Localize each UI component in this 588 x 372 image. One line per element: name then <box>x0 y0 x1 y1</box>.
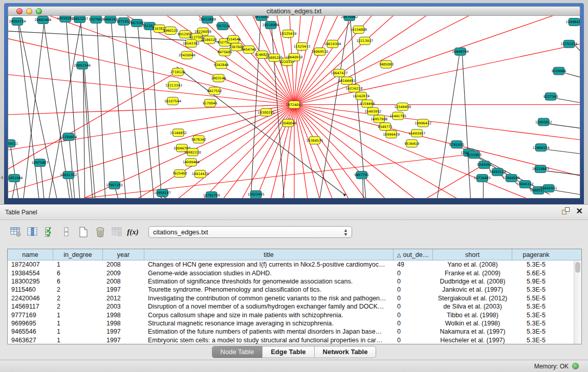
graph-node-teal[interactable]: 8813054 <box>254 16 269 20</box>
cell-title[interactable]: Embryonic stem cells: a model to study s… <box>144 337 394 344</box>
cell-pagerank[interactable]: 5.3E-5 <box>512 261 560 268</box>
minimize-window-button[interactable] <box>26 8 32 14</box>
graph-node-yellow[interactable]: 8186328 <box>202 36 217 43</box>
graph-node-teal[interactable]: 10653257 <box>71 16 88 23</box>
cell-pagerank[interactable]: 5.3E-5 <box>512 328 560 335</box>
graph-node-yellow[interactable]: 18164491 <box>338 77 355 84</box>
cell-year[interactable]: 2009 <box>103 270 144 277</box>
graph-node-yellow[interactable]: 7625402 <box>172 170 187 178</box>
graph-node-teal[interactable]: 16210643 <box>532 165 549 173</box>
cell-short[interactable]: Nakamura et al. (1997) <box>433 328 512 335</box>
graph-node-teal[interactable]: 10975887 <box>31 159 48 167</box>
cell-pagerank[interactable]: 5.9E-5 <box>512 278 560 285</box>
graph-node-teal[interactable]: 24055724 <box>9 17 26 25</box>
cell-out_degree[interactable]: 0 <box>394 278 433 285</box>
graph-node-teal[interactable]: 16983128 <box>489 168 506 176</box>
graph-node-teal[interactable]: 9245052 <box>477 161 492 169</box>
tab-edge-table[interactable]: Edge Table <box>263 346 314 358</box>
column-header-pagerank[interactable]: pagerank <box>512 249 560 260</box>
column-header-title[interactable]: title <box>144 249 394 260</box>
graph-node-teal[interactable]: 6466162 <box>103 16 118 23</box>
cell-out_degree[interactable]: 0 <box>394 328 433 335</box>
graph-node-yellow[interactable]: 8475685 <box>217 48 232 56</box>
cell-in_degree[interactable]: 1 <box>53 328 103 335</box>
cell-year[interactable]: 1998 <box>103 312 144 319</box>
network-canvas[interactable]: 2405572420691406165582621065325715276026… <box>8 16 580 199</box>
cell-title[interactable]: Estimation of the future numbers of pati… <box>144 328 394 335</box>
graph-node-yellow[interactable]: 16069510 <box>311 48 328 55</box>
graph-node-yellow[interactable]: 11544458 <box>394 103 411 111</box>
zoom-window-button[interactable] <box>36 8 42 14</box>
cell-name[interactable]: 9777169 <box>8 312 53 319</box>
cell-short[interactable]: Tibbo et al. (1998) <box>433 312 512 319</box>
memory-ok-indicator-icon[interactable] <box>572 363 579 369</box>
table-row[interactable]: 1830029562008Estimation of significance … <box>8 277 581 286</box>
graph-node-teal[interactable]: 12093832 <box>535 118 552 126</box>
table-row[interactable]: 1938455462009Genome-wide association stu… <box>8 269 581 277</box>
cell-short[interactable]: Wolkin et al. (1998) <box>433 320 512 327</box>
graph-node-teal[interactable]: 1527602 <box>89 16 103 23</box>
cell-title[interactable]: Corpus callosum shape and size in male p… <box>144 312 394 319</box>
table-row[interactable]: 946554611997Estimation of the future num… <box>8 327 581 336</box>
cell-year[interactable]: 1997 <box>103 286 144 293</box>
cell-in_degree[interactable]: 1 <box>53 337 103 344</box>
cell-in_degree[interactable]: 1 <box>53 312 103 319</box>
cell-name[interactable]: 9465546 <box>8 328 53 335</box>
cell-out_degree[interactable]: 0 <box>394 295 433 302</box>
cell-out_degree[interactable]: 0 <box>394 320 433 327</box>
graph-node-yellow[interactable]: 5678342 <box>191 136 206 143</box>
graph-node-yellow[interactable]: 15441795 <box>389 112 406 120</box>
cell-in_degree[interactable]: 1 <box>53 320 103 327</box>
graph-node-yellow[interactable]: 7154546 <box>226 35 241 43</box>
cell-out_degree[interactable]: 0 <box>394 286 433 293</box>
graph-node-teal[interactable]: 20691406 <box>34 16 51 24</box>
graph-node-teal[interactable]: 12849580 <box>503 174 520 182</box>
graph-node-yellow[interactable]: 10996419 <box>383 130 400 138</box>
cell-name[interactable]: 14569117 <box>8 303 53 310</box>
cell-name[interactable]: 22420046 <box>8 295 53 302</box>
graph-node-teal[interactable]: 19218986 <box>263 21 279 29</box>
table-selector-dropdown[interactable]: citations_edges.txt ▲▼ <box>148 226 352 238</box>
cell-name[interactable]: 9115460 <box>8 286 53 293</box>
vertical-scrollbar[interactable] <box>574 260 581 344</box>
table-row[interactable]: 977716911998Corpus callosum shape and si… <box>8 311 581 319</box>
network-window-titlebar[interactable]: citations_edges.txt <box>8 6 580 16</box>
cell-name[interactable]: 18300295 <box>8 278 53 285</box>
cell-name[interactable]: 9699695 <box>8 320 53 327</box>
graph-node-yellow[interactable]: 2803144 <box>211 74 226 82</box>
cell-title[interactable]: Disruption of a novel member of a sodium… <box>144 303 394 310</box>
graph-node-yellow[interactable]: 11525413 <box>293 42 310 50</box>
graph-node-teal[interactable]: 11451944 <box>8 174 23 182</box>
cell-title[interactable]: Investigating the contribution of common… <box>144 295 394 302</box>
cell-out_degree[interactable]: 0 <box>394 337 433 344</box>
cell-name[interactable]: 19384554 <box>8 270 53 277</box>
graph-node-teal[interactable]: 15751074 <box>561 40 578 48</box>
table-settings-button[interactable] <box>7 224 24 240</box>
graph-node-teal[interactable]: 13023455 <box>248 191 265 199</box>
cell-short[interactable]: Dudbridge et al. (2008) <box>433 278 512 285</box>
graph-node-yellow[interactable]: 15166852 <box>170 129 187 137</box>
graph-node-yellow[interactable]: 10996412 <box>415 119 431 127</box>
cell-year[interactable]: 2008 <box>103 278 144 285</box>
graph-node-teal[interactable]: 17957255 <box>106 182 123 189</box>
cell-pagerank[interactable]: 5.3E-5 <box>512 312 560 319</box>
graph-node-teal[interactable]: 9227343 <box>543 93 558 100</box>
table-row[interactable]: 1872400712008Changes of HCN gene express… <box>8 260 581 269</box>
graph-node-teal[interactable]: 16648784 <box>452 48 469 55</box>
cell-pagerank[interactable]: 5.5E-5 <box>512 295 560 302</box>
graph-node-teal[interactable]: 16782759 <box>203 192 220 199</box>
cell-title[interactable]: Changes of HCN gene expression and I(f) … <box>144 261 394 268</box>
column-header-year[interactable]: year <box>103 249 144 260</box>
column-header-out_degree[interactable]: △out_de… <box>394 249 433 260</box>
graph-node-yellow[interactable]: 18107544 <box>164 97 181 105</box>
table-row[interactable]: 946362711997Embryonic stem cells: a mode… <box>8 336 581 344</box>
graph-node-teal[interactable]: 15051352 <box>60 171 77 179</box>
graph-node-yellow[interactable]: 8454749 <box>242 46 256 53</box>
table-row[interactable]: 2242004622012Investigating the contribut… <box>8 294 581 302</box>
table-row[interactable]: 911546021997Tourette syndrome. Phenomeno… <box>8 286 581 294</box>
graph-node-yellow[interactable]: 15493957 <box>408 129 425 137</box>
graph-node-yellow[interactable]: 15384575 <box>306 137 323 144</box>
graph-node-yellow[interactable]: 8960123 <box>163 27 178 34</box>
graph-node-yellow[interactable]: 12213343 <box>165 81 182 89</box>
tab-node-table[interactable]: Node Table <box>212 346 263 358</box>
